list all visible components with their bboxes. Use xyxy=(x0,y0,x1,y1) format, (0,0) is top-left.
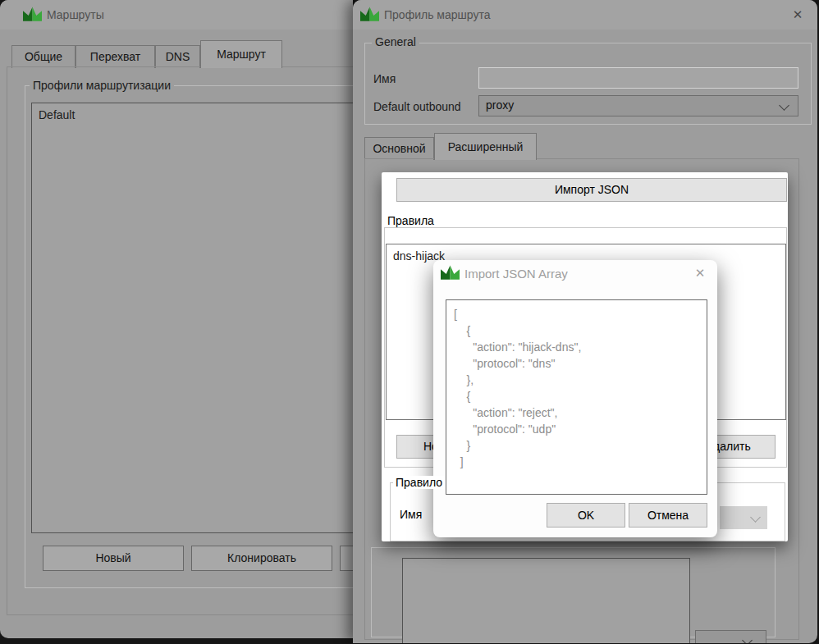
tab-basic[interactable]: Основной xyxy=(364,137,434,160)
general-group-label: General xyxy=(372,36,419,48)
rules-group-label: Правила xyxy=(385,214,437,227)
outbound-selected-value: proxy xyxy=(479,98,514,112)
import-json-button[interactable]: Импорт JSON xyxy=(396,178,787,202)
desktop: { "colors": { "logo_dark_green": "#17691… xyxy=(0,0,819,644)
routing-profiles-group-label: Профили маршрутизации xyxy=(30,80,174,92)
tab-route[interactable]: Маршрут xyxy=(200,40,282,68)
app-logo-icon xyxy=(441,265,460,281)
routes-window: Маршруты Общие Перехват DNS Маршрут Проф… xyxy=(0,0,353,638)
name-input[interactable] xyxy=(478,67,798,89)
rule-name-label: Имя xyxy=(400,507,422,522)
cancel-button[interactable]: Отмена xyxy=(629,503,707,528)
import-json-dialog: Import JSON Array ✕ [ { "action": "hijac… xyxy=(433,260,717,537)
route-profile-window: Профиль маршрута ✕ General Имя Default o… xyxy=(353,0,817,643)
json-input[interactable]: [ { "action": "hijack-dns", "protocol": … xyxy=(446,299,707,495)
tab-dns[interactable]: DNS xyxy=(155,45,200,68)
lower-select[interactable] xyxy=(695,630,766,643)
new-profile-button[interactable]: Новый xyxy=(43,546,184,571)
name-label: Имя xyxy=(373,71,396,86)
list-item-default[interactable]: Default xyxy=(39,108,75,121)
clone-profile-button[interactable]: Клонировать xyxy=(191,546,332,571)
routing-profiles-list[interactable]: Default xyxy=(31,103,353,533)
rule-group-label: Правило xyxy=(393,476,445,489)
import-dialog-title: Import JSON Array xyxy=(464,265,568,283)
tab-advanced[interactable]: Расширенный xyxy=(434,133,537,160)
tab-common[interactable]: Общие xyxy=(11,45,75,68)
app-logo-icon xyxy=(23,7,42,23)
route-profile-window-title: Профиль маршрута xyxy=(384,0,490,30)
default-outbound-select[interactable]: proxy xyxy=(478,95,798,116)
lower-list[interactable] xyxy=(402,558,690,643)
app-logo-icon xyxy=(360,7,379,23)
routes-window-title: Маршруты xyxy=(47,0,104,30)
chevron-down-icon xyxy=(750,512,761,523)
chevron-down-icon xyxy=(779,100,789,111)
close-icon[interactable]: ✕ xyxy=(789,7,807,23)
default-outbound-label: Default outbound xyxy=(373,99,461,114)
delete-profile-button-clipped[interactable] xyxy=(340,546,353,571)
tab-intercept[interactable]: Перехват xyxy=(75,45,155,68)
chevron-down-icon xyxy=(742,635,753,643)
rule-type-select-disabled xyxy=(720,506,767,529)
ok-button[interactable]: OK xyxy=(547,503,625,528)
close-icon[interactable]: ✕ xyxy=(691,264,709,282)
